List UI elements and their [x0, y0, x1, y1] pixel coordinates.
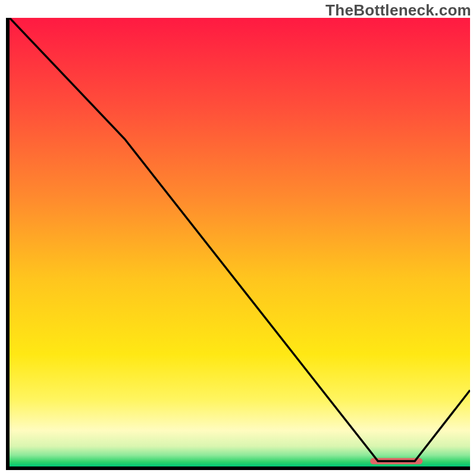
watermark-label: TheBottleneck.com	[325, 1, 471, 20]
plot-axes	[6, 18, 470, 470]
gradient-background	[10, 18, 470, 466]
plot-area	[10, 18, 470, 466]
chart-container: TheBottleneck.com	[0, 0, 476, 476]
chart-svg	[10, 18, 470, 466]
